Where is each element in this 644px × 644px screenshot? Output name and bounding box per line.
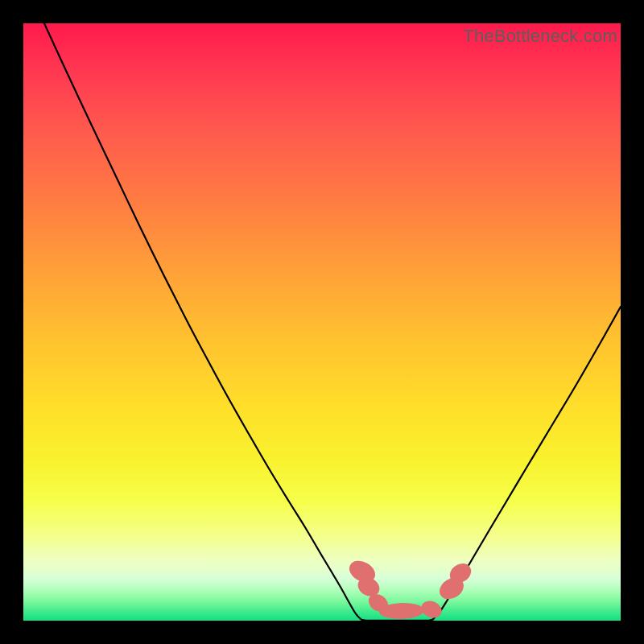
curve-markers (345, 556, 474, 621)
curve-lines (44, 23, 621, 621)
bottleneck-curve (44, 23, 621, 621)
bottleneck-curve-chart (23, 23, 621, 621)
chart-frame: TheBottleneck.com (0, 0, 644, 644)
watermark-text: TheBottleneck.com (463, 26, 617, 47)
curve-marker-4 (419, 598, 444, 621)
chart-plot-area (23, 23, 621, 621)
